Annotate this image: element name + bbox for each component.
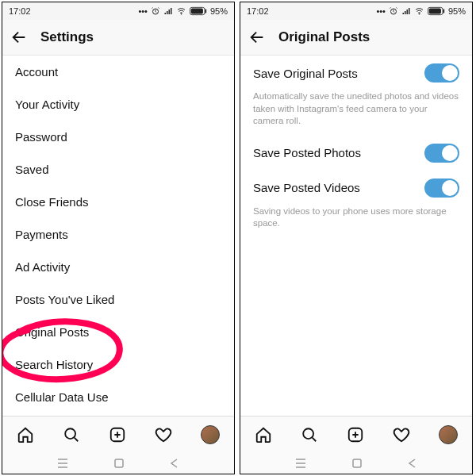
alarm-icon: [151, 6, 160, 16]
desc-save-posted-videos: Saving videos to your phone uses more st…: [240, 205, 472, 238]
original-posts-settings: Save Original Posts Automatically save t…: [240, 56, 472, 416]
toggle-label: Save Posted Photos: [253, 146, 361, 159]
svg-rect-3: [191, 9, 203, 14]
page-title: Settings: [40, 29, 94, 45]
svg-point-9: [419, 13, 420, 14]
android-home-icon[interactable]: [113, 458, 125, 469]
profile-avatar[interactable]: [201, 425, 220, 444]
toggle-save-posted-videos[interactable]: [424, 178, 459, 198]
android-menu-icon[interactable]: [56, 458, 69, 469]
battery-icon: [190, 6, 207, 16]
svg-rect-12: [443, 9, 444, 13]
home-icon[interactable]: [255, 426, 272, 443]
android-home-icon[interactable]: [351, 458, 363, 469]
android-back-icon[interactable]: [169, 458, 180, 469]
status-time: 17:02: [247, 6, 269, 16]
item-close-friends[interactable]: Close Friends: [2, 186, 234, 218]
item-language[interactable]: Language: [2, 413, 234, 416]
item-cellular-data-use[interactable]: Cellular Data Use: [2, 381, 234, 413]
add-post-icon[interactable]: [109, 426, 126, 443]
phone-right: 17:02 ••• 95% Original Posts Save Origin…: [240, 2, 473, 474]
toggle-save-posted-photos[interactable]: [424, 144, 459, 163]
row-save-posted-videos: Save Posted Videos: [240, 171, 472, 205]
add-post-icon[interactable]: [347, 426, 364, 443]
status-dots-icon: •••: [376, 6, 386, 16]
desc-save-original-posts: Automatically save the unedited photos a…: [240, 90, 472, 136]
back-icon[interactable]: [248, 29, 266, 46]
android-back-icon[interactable]: [407, 458, 418, 469]
status-right: ••• 95%: [376, 6, 466, 16]
android-nav-bar: [2, 453, 234, 474]
svg-point-13: [303, 428, 313, 439]
status-time: 17:02: [9, 6, 31, 16]
battery-icon: [428, 6, 445, 16]
header: Original Posts: [240, 20, 472, 56]
android-nav-bar: [240, 453, 472, 474]
phone-left: 17:02 ••• 95% Settings Account Your Acti…: [2, 2, 235, 474]
battery-percent: 95%: [210, 6, 228, 16]
svg-point-5: [65, 428, 75, 439]
home-icon[interactable]: [17, 426, 34, 443]
svg-point-1: [181, 13, 182, 14]
android-menu-icon[interactable]: [294, 458, 307, 469]
row-save-original-posts: Save Original Posts: [240, 56, 472, 90]
svg-rect-4: [205, 9, 206, 13]
toggle-label: Save Posted Videos: [253, 181, 360, 194]
svg-rect-15: [353, 459, 361, 467]
toggle-label: Save Original Posts: [253, 67, 358, 80]
status-bar: 17:02 ••• 95%: [240, 2, 472, 20]
wifi-icon: [414, 6, 424, 16]
tab-bar: [240, 416, 472, 453]
signal-icon: [401, 6, 411, 16]
status-dots-icon: •••: [138, 6, 148, 16]
item-search-history[interactable]: Search History: [2, 348, 234, 381]
row-save-posted-photos: Save Posted Photos: [240, 136, 472, 171]
signal-icon: [163, 6, 173, 16]
search-icon[interactable]: [301, 426, 318, 443]
item-your-activity[interactable]: Your Activity: [2, 88, 234, 121]
wifi-icon: [176, 6, 186, 16]
item-original-posts[interactable]: Original Posts: [2, 316, 234, 348]
settings-list: Account Your Activity Password Saved Clo…: [2, 56, 234, 416]
svg-rect-11: [429, 9, 441, 14]
status-bar: 17:02 ••• 95%: [2, 2, 234, 20]
item-posts-youve-liked[interactable]: Posts You've Liked: [2, 283, 234, 316]
item-payments[interactable]: Payments: [2, 218, 234, 251]
item-account[interactable]: Account: [2, 56, 234, 88]
search-icon[interactable]: [63, 426, 80, 443]
header: Settings: [2, 20, 234, 56]
alarm-icon: [389, 6, 398, 16]
item-ad-activity[interactable]: Ad Activity: [2, 251, 234, 283]
item-password[interactable]: Password: [2, 121, 234, 153]
toggle-save-original-posts[interactable]: [424, 63, 459, 83]
status-right: ••• 95%: [138, 6, 228, 16]
heart-icon[interactable]: [155, 426, 172, 443]
heart-icon[interactable]: [393, 426, 410, 443]
tab-bar: [2, 416, 234, 453]
svg-rect-7: [115, 459, 123, 467]
page-title: Original Posts: [278, 29, 370, 45]
battery-percent: 95%: [448, 6, 466, 16]
back-icon[interactable]: [10, 29, 28, 46]
profile-avatar[interactable]: [439, 425, 458, 444]
item-saved[interactable]: Saved: [2, 153, 234, 186]
